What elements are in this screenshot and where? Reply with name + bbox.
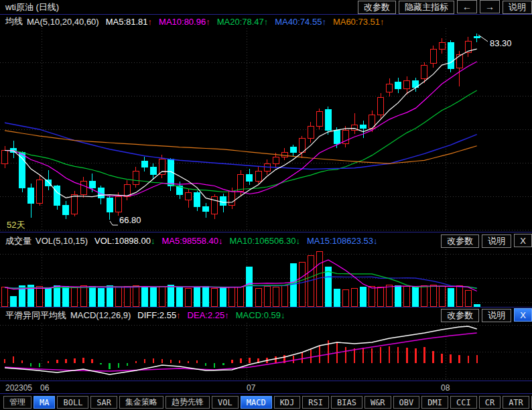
volume-bar-down: [413, 287, 419, 306]
toolbar-item-ma[interactable]: MA: [34, 396, 55, 409]
macd-bar-positive: [275, 356, 276, 363]
toolbar-item-dmi[interactable]: DMI: [421, 396, 448, 409]
macd-bar-positive: [21, 360, 23, 363]
volume-bar-down: [194, 287, 200, 306]
candle-down: [334, 131, 340, 144]
volume-bar-down: [63, 287, 69, 306]
volume-bar-down: [448, 288, 454, 306]
ma-value: MA20:78.47↑: [217, 17, 269, 27]
macd-bar-positive: [389, 346, 390, 363]
volume-bar-up: [159, 287, 165, 306]
macd-bar-negative: [30, 363, 31, 366]
toolbar-item-趋势先锋[interactable]: 趋势先锋: [165, 396, 210, 409]
macd-bar-positive: [406, 348, 407, 363]
volume-bar-up: [430, 285, 436, 306]
macd-value: DIFF:2.55↑: [137, 310, 180, 320]
volume-header-buttons: 改参数说明X: [438, 234, 532, 248]
candle-down: [395, 82, 401, 88]
macd-bar-positive: [170, 360, 172, 363]
macd-bar-positive: [371, 348, 373, 363]
candle-up: [404, 81, 410, 89]
candle-down: [28, 188, 34, 204]
x-axis-label: 06: [40, 383, 49, 393]
candle-down: [220, 197, 226, 206]
vol-value: VOL:10898.00↓: [94, 236, 155, 246]
toolbar-item-sar[interactable]: SAR: [90, 396, 117, 409]
volume-bar-up: [80, 286, 86, 307]
macd-indicator-name: 平滑异同平均线: [5, 310, 66, 322]
candle-up: [299, 138, 305, 152]
macd-bar-negative: [205, 363, 206, 366]
main-indicator-name: 均线: [5, 15, 23, 27]
toolbar-item-bias[interactable]: BIAS: [331, 396, 362, 409]
days-annotation: 52天: [7, 220, 25, 230]
toolbar-item-管理[interactable]: 管理: [3, 396, 31, 409]
macd-bar-positive: [476, 355, 478, 363]
macd-bar-positive: [196, 360, 198, 363]
toolbar-item-vol[interactable]: VOL: [212, 396, 239, 409]
macd-bar-positive: [48, 361, 49, 363]
x-axis: 202305060708: [0, 381, 532, 394]
toolbar-item-kdj[interactable]: KDJ: [274, 396, 301, 409]
macd-change-params-button[interactable]: 改参数: [441, 309, 479, 322]
macd-bar-negative: [214, 363, 215, 368]
toolbar-item-集金策略[interactable]: 集金策略: [119, 396, 163, 409]
macd-help-button[interactable]: 说明: [482, 309, 511, 322]
help-button[interactable]: 说明: [503, 1, 532, 14]
candle-up: [115, 197, 121, 212]
vol-change-params-button[interactable]: 改参数: [441, 234, 479, 248]
volume-chart[interactable]: [0, 249, 532, 307]
volume-bar-up: [255, 288, 261, 306]
candle-down: [54, 186, 60, 206]
macd-bar-positive: [188, 361, 189, 363]
macd-close-button[interactable]: X: [514, 308, 532, 322]
macd-header: 平滑异同平均线 MACD(12,26,9) DIFF:2.55↑DEA:2.25…: [0, 307, 532, 323]
volume-bar-up: [421, 286, 427, 307]
candle-down: [107, 198, 113, 212]
volume-indicator-formula: VOL(5,10,15): [36, 236, 88, 246]
candle-down: [247, 175, 253, 182]
toolbar-item-cci[interactable]: CCI: [450, 396, 477, 409]
vol-value: MA15:108623.53↓: [307, 236, 378, 246]
toolbar-item-cr[interactable]: CR: [479, 396, 501, 409]
low-annotation-line: [110, 221, 118, 225]
high-annotation-line: [478, 35, 488, 42]
macd-bar-positive: [13, 356, 14, 363]
toolbar-item-obv[interactable]: OBV: [393, 396, 420, 409]
macd-bar-positive: [458, 355, 460, 363]
macd-bar-positive: [354, 348, 355, 363]
macd-bar-positive: [144, 359, 145, 363]
macd-bar-negative: [100, 363, 101, 364]
prev-indicator-button[interactable]: ←: [457, 0, 477, 13]
volume-bar-down: [107, 286, 113, 307]
high-annotation: 83.30: [490, 38, 512, 48]
volume-bar-up: [273, 287, 279, 306]
candle-up: [72, 194, 78, 214]
macd-indicator-formula: MACD(12,26,9): [70, 310, 131, 320]
next-indicator-button[interactable]: →: [480, 0, 500, 13]
ma-value: MA60:73.51↑: [333, 17, 385, 27]
ma-value: MA10:80.96↑: [159, 17, 210, 27]
volume-bar-up: [186, 288, 192, 306]
candle-up: [159, 159, 165, 175]
toolbar-item-macd[interactable]: MACD: [241, 396, 272, 409]
change-params-button[interactable]: 改参数: [358, 1, 396, 14]
volume-bar-down: [46, 288, 52, 306]
toolbar-item-w&r[interactable]: W&R: [364, 396, 391, 409]
macd-bar-positive: [91, 359, 92, 363]
volume-bar-up: [238, 287, 244, 306]
vol-help-button[interactable]: 说明: [482, 234, 511, 248]
candle-down: [203, 206, 209, 211]
hide-main-indicator-button[interactable]: 隐藏主指标: [399, 1, 454, 14]
candle-down: [150, 167, 156, 175]
volume-bar-up: [124, 287, 130, 306]
vol-close-button[interactable]: X: [514, 234, 532, 247]
candlestick-chart[interactable]: 52天66.8083.30: [0, 28, 532, 232]
macd-chart[interactable]: [0, 323, 532, 381]
toolbar-item-rsi[interactable]: RSI: [302, 396, 329, 409]
macd-bar-positive: [450, 354, 451, 363]
macd-bar-negative: [222, 363, 224, 365]
toolbar-item-boll[interactable]: BOLL: [57, 396, 88, 409]
candle-up: [430, 49, 436, 63]
toolbar-item-atr[interactable]: ATR: [503, 396, 529, 409]
